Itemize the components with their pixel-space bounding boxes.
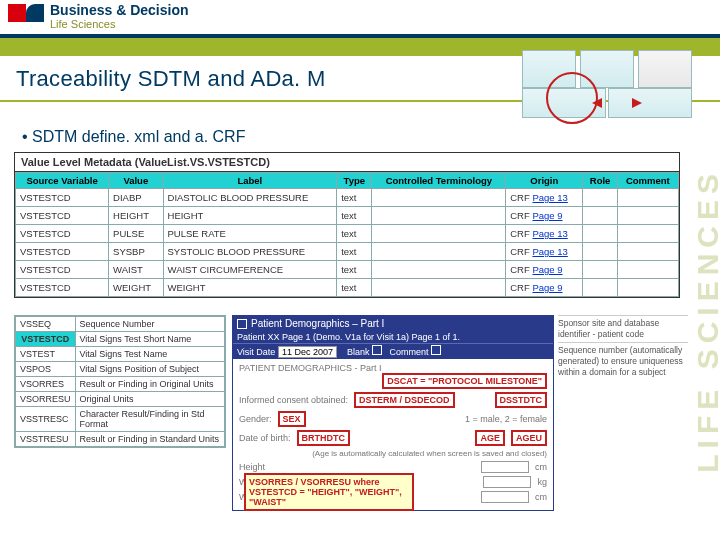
expand-icon (237, 319, 247, 329)
age-note: (Age is automatically calculated when sc… (239, 449, 547, 458)
cell-comment (617, 207, 678, 225)
slide: Business & Decision Life Sciences Tracea… (0, 0, 720, 540)
variable-list-table: VSSEQSequence NumberVSTESTCDVital Signs … (15, 316, 225, 447)
vlm-h5: Origin (506, 173, 583, 189)
var-desc: Vital Signs Test Short Name (75, 332, 224, 347)
visit-date-label: Visit Date (237, 347, 275, 357)
vs-unit: cm (535, 492, 547, 502)
table-row: VSSEQSequence Number (16, 317, 225, 332)
vlm-h6: Role (583, 173, 617, 189)
callout-note-bottom: VSORRES / VSORRESU where VSTESTCD = "HEI… (244, 473, 414, 511)
bullet-text: SDTM define. xml and a. CRF (22, 128, 245, 146)
cell-src: VSTESTCD (16, 261, 109, 279)
annot-dscat: DSCAT = "PROTOCOL MILESTONE" (382, 373, 547, 389)
var-desc: Sequence Number (75, 317, 224, 332)
table-row: VSTESTCDSYSBPSYSTOLIC BLOOD PRESSUREtext… (16, 243, 679, 261)
cell-comment (617, 279, 678, 297)
vs-field (483, 476, 531, 488)
var-code: VSTEST (16, 347, 76, 362)
cell-ct (372, 261, 506, 279)
checkbox-icon (372, 345, 382, 355)
table-row: VSTESTCDPULSEPULSE RATEtextCRF Page 13 (16, 225, 679, 243)
cell-label: HEIGHT (163, 207, 337, 225)
cell-val: WAIST (109, 261, 163, 279)
cell-val: PULSE (109, 225, 163, 243)
cell-ct (372, 279, 506, 297)
vlm-caption: Value Level Metadata (ValueList.VS.VSTES… (15, 153, 679, 172)
vlm-h0: Source Variable (16, 173, 109, 189)
var-desc: Vital Signs Test Name (75, 347, 224, 362)
annot-dsstdtc: DSSTDTC (495, 392, 548, 408)
vs-row: Height cm (239, 461, 547, 473)
annot-age: AGE (475, 430, 505, 446)
cell-type: text (337, 261, 372, 279)
cell-role (583, 261, 617, 279)
annot-brthdtc: BRTHDTC (297, 430, 351, 446)
gender-label: Gender: (239, 414, 272, 424)
cell-src: VSTESTCD (16, 189, 109, 207)
cell-type: text (337, 189, 372, 207)
vlm-h4: Controlled Terminology (372, 173, 506, 189)
origin-link[interactable]: Page 13 (532, 192, 567, 203)
table-row: VSTESTCDWEIGHTWEIGHTtextCRF Page 9 (16, 279, 679, 297)
cell-comment (617, 189, 678, 207)
annot-ageu: AGEU (511, 430, 547, 446)
var-code: VSTESTCD (16, 332, 76, 347)
cell-ct (372, 189, 506, 207)
var-code: VSORRES (16, 377, 76, 392)
logo-mark-red (8, 4, 26, 22)
meta-snippets: Sponsor site and database identifier - p… (558, 315, 688, 380)
cell-ct (372, 207, 506, 225)
cell-origin: CRF Page 9 (506, 207, 583, 225)
table-row: VSTESTCDDIABPDIASTOLIC BLOOD PRESSUREtex… (16, 189, 679, 207)
cell-label: WEIGHT (163, 279, 337, 297)
origin-link[interactable]: Page 9 (532, 264, 562, 275)
acrf-visit-row: Visit Date 11 Dec 2007 Blank Comment (233, 343, 553, 359)
var-code: VSSTRESU (16, 432, 76, 447)
vs-label: Height (239, 462, 265, 472)
acrf-title: Patient Demographics – Part I (251, 318, 384, 329)
cell-type: text (337, 279, 372, 297)
meta-a: Sponsor site and database identifier - p… (558, 315, 688, 342)
cell-ct (372, 243, 506, 261)
visit-date-value: 11 Dec 2007 (278, 346, 337, 358)
origin-link[interactable]: Page 13 (532, 246, 567, 257)
var-code: VSORRESU (16, 392, 76, 407)
cell-src: VSTESTCD (16, 225, 109, 243)
consent-label: Informed consent obtained: (239, 395, 348, 405)
cell-val: DIABP (109, 189, 163, 207)
cell-type: text (337, 243, 372, 261)
vs-field (481, 491, 529, 503)
vlm-table: Source Variable Value Label Type Control… (15, 172, 679, 297)
cell-type: text (337, 207, 372, 225)
table-row: VSTESTCDVital Signs Test Short Name (16, 332, 225, 347)
variable-list-panel: VSSEQSequence NumberVSTESTCDVital Signs … (14, 315, 226, 448)
origin-link[interactable]: Page 13 (532, 228, 567, 239)
gender-codes: 1 = male, 2 = female (465, 414, 547, 424)
arrow-left-icon (592, 98, 602, 108)
cell-comment (617, 261, 678, 279)
thumbnail-5 (608, 88, 692, 118)
cell-role (583, 225, 617, 243)
cell-label: PULSE RATE (163, 225, 337, 243)
cell-val: HEIGHT (109, 207, 163, 225)
origin-link[interactable]: Page 9 (532, 210, 562, 221)
cell-comment (617, 225, 678, 243)
logo-mark-blue (26, 4, 44, 22)
table-row: VSORRESResult or Finding in Original Uni… (16, 377, 225, 392)
cell-label: SYSTOLIC BLOOD PRESSURE (163, 243, 337, 261)
cell-type: text (337, 225, 372, 243)
acrf-titlebar: Patient Demographics – Part I (233, 316, 553, 331)
var-code: VSSEQ (16, 317, 76, 332)
callout-circle-icon (546, 72, 598, 124)
cell-val: WEIGHT (109, 279, 163, 297)
cell-comment (617, 243, 678, 261)
origin-link[interactable]: Page 9 (532, 282, 562, 293)
logo-bar: Business & Decision Life Sciences (0, 0, 720, 34)
var-desc: Result or Finding in Standard Units (75, 432, 224, 447)
cell-origin: CRF Page 13 (506, 189, 583, 207)
side-brand: LIFE SCIENCES (696, 130, 720, 510)
vlm-h1: Value (109, 173, 163, 189)
side-brand-text: LIFE SCIENCES (691, 168, 720, 473)
table-row: VSSTRESCCharacter Result/Finding in Std … (16, 407, 225, 432)
